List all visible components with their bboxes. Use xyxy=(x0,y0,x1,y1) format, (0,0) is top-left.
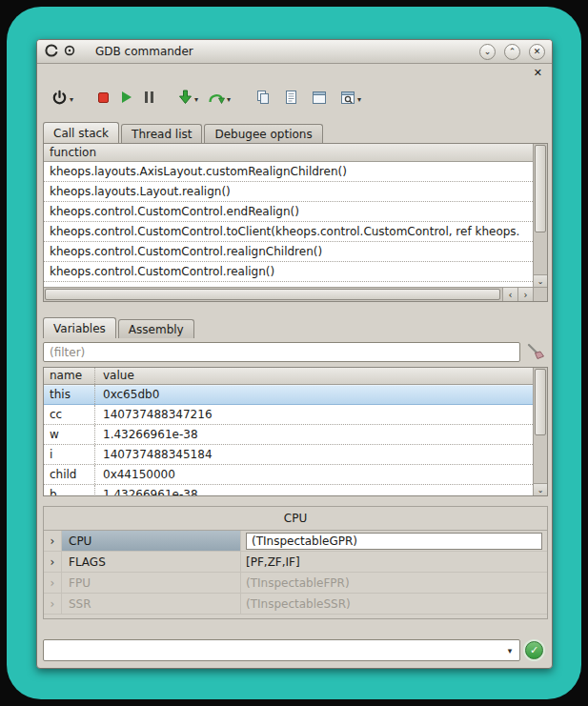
callstack-column-header[interactable]: function xyxy=(44,144,533,162)
filter-input[interactable] xyxy=(43,342,520,362)
variable-name: w xyxy=(44,425,95,444)
expander-icon[interactable]: › xyxy=(44,552,62,572)
register-name[interactable]: FPU xyxy=(62,573,241,593)
scrollbar-thumb[interactable] xyxy=(535,369,546,435)
app-menu-icon[interactable] xyxy=(64,45,75,59)
tab-assembly[interactable]: Assembly xyxy=(118,319,194,338)
power-dropdown-icon[interactable]: ▾ xyxy=(70,95,73,104)
stop-icon xyxy=(98,92,109,103)
register-name[interactable]: SSR xyxy=(62,594,241,614)
variable-value: 1.43266961e-38 xyxy=(95,425,533,444)
copy-callstack-button[interactable] xyxy=(255,87,271,108)
titlebar[interactable]: GDB commander ⌄ ⌃ ✕ xyxy=(37,40,552,64)
scroll-right-button[interactable]: › xyxy=(517,288,533,301)
step-into-button[interactable] xyxy=(178,87,193,108)
combobox-dropdown-icon[interactable]: ▾ xyxy=(500,640,519,660)
pause-icon xyxy=(145,91,153,103)
variable-row[interactable]: this 0xc65db0 xyxy=(44,385,533,405)
register-name[interactable]: FLAGS xyxy=(62,552,241,572)
variables-vertical-scrollbar[interactable]: ⌄ xyxy=(533,368,547,495)
callstack-row[interactable]: kheops.control.CustomControl.realignChil… xyxy=(44,242,533,262)
maximize-button[interactable]: ⌃ xyxy=(504,44,520,60)
variable-value: 1.43266961e-38 xyxy=(95,485,533,495)
register-row-flags[interactable]: › FLAGS [PF,ZF,IF] xyxy=(44,552,547,573)
view-watch-dropdown-icon[interactable]: ▾ xyxy=(357,95,361,104)
register-value: (TInspectableFPR) xyxy=(241,573,547,593)
call-stack-list: function kheops.layouts.AxisLayout.custo… xyxy=(44,144,533,287)
variable-value: 140737488347216 xyxy=(95,405,533,424)
run-button[interactable] xyxy=(122,87,132,108)
close-button[interactable]: ✕ xyxy=(529,44,545,60)
command-input[interactable] xyxy=(46,642,498,658)
callstack-vertical-scrollbar[interactable]: ⌄ xyxy=(533,144,547,287)
expander-icon[interactable]: › xyxy=(44,594,62,614)
step-into-dropdown-icon[interactable]: ▾ xyxy=(194,95,198,104)
pause-button[interactable] xyxy=(145,87,153,108)
scroll-left-button[interactable]: ‹ xyxy=(502,288,517,301)
variable-row[interactable]: w 1.43266961e-38 xyxy=(44,425,533,445)
variable-name: this xyxy=(44,385,95,404)
view-frame-button[interactable] xyxy=(312,87,327,108)
variable-name: b xyxy=(44,485,95,495)
scrollbar-thumb[interactable] xyxy=(45,289,500,300)
variables-table: name value this 0xc65db0 cc 140737488347… xyxy=(44,368,533,495)
callstack-row[interactable]: kheops.control.CustomControl.realign() xyxy=(44,262,533,282)
variable-row[interactable]: cc 140737488347216 xyxy=(44,405,533,425)
check-icon: ✓ xyxy=(530,644,538,656)
tab-call-stack[interactable]: Call stack xyxy=(43,122,119,143)
cpu-groupbox: CPU › CPU (TInspectableGPR) › FLAGS [PF,… xyxy=(43,506,548,619)
register-row-cpu[interactable]: › CPU (TInspectableGPR) xyxy=(44,531,547,552)
register-row-ssr[interactable]: › SSR (TInspectableSSR) xyxy=(44,594,547,615)
execute-button[interactable]: ✓ xyxy=(525,641,543,659)
register-value-field[interactable]: (TInspectableGPR) xyxy=(246,533,542,550)
register-value: (TInspectableSSR) xyxy=(241,594,547,614)
variable-value: 0x44150000 xyxy=(95,465,533,484)
variable-row[interactable]: i 140737488345184 xyxy=(44,445,533,465)
stop-button[interactable] xyxy=(98,87,109,108)
expander-icon[interactable]: › xyxy=(44,573,62,593)
callstack-row[interactable]: kheops.control.CustomControl.endRealign(… xyxy=(44,202,533,222)
expander-icon[interactable]: › xyxy=(44,531,62,551)
variable-name: cc xyxy=(44,405,95,424)
scroll-down-button[interactable]: ⌄ xyxy=(534,274,547,287)
window-title: GDB commander xyxy=(95,45,193,58)
view-list-button[interactable] xyxy=(284,87,298,108)
step-over-button[interactable] xyxy=(208,87,225,108)
variable-row[interactable]: b 1.43266961e-38 xyxy=(44,485,533,495)
column-header-name[interactable]: name xyxy=(44,368,95,384)
variable-row[interactable]: child 0x44150000 xyxy=(44,465,533,485)
column-header-value[interactable]: value xyxy=(95,368,533,384)
call-stack-panel: function kheops.layouts.AxisLayout.custo… xyxy=(43,143,548,302)
toolbar: ▾ ▾ ▾ ▾ xyxy=(51,86,361,109)
pane-close-icon[interactable]: ✕ xyxy=(534,68,542,78)
variables-header-row: name value xyxy=(44,368,533,385)
clear-filter-icon[interactable] xyxy=(525,341,546,362)
register-name[interactable]: CPU xyxy=(62,531,241,551)
variable-name: child xyxy=(44,465,95,484)
tab-thread-list[interactable]: Thread list xyxy=(121,124,202,143)
register-row-fpu[interactable]: › FPU (TInspectableFPR) xyxy=(44,573,547,594)
minimize-button[interactable]: ⌄ xyxy=(479,44,496,60)
inspector-tabbar: Variables Assembly xyxy=(43,317,196,338)
scrollbar-corner xyxy=(533,287,547,301)
tab-debugee-options[interactable]: Debugee options xyxy=(204,124,322,143)
variable-name: i xyxy=(44,445,95,464)
variable-value: 140737488345184 xyxy=(95,445,533,464)
power-button[interactable] xyxy=(51,87,68,108)
variable-value: 0xc65db0 xyxy=(95,385,533,404)
variables-panel: name value this 0xc65db0 cc 140737488347… xyxy=(43,367,548,496)
command-combobox[interactable]: ▾ xyxy=(43,639,520,661)
scroll-down-button[interactable]: ⌄ xyxy=(534,483,547,495)
callstack-row[interactable]: kheops.layouts.AxisLayout.customRealignC… xyxy=(44,162,533,182)
screenshot-root: GDB commander ⌄ ⌃ ✕ ✕ ▾ ▾ ▾ xyxy=(0,0,588,706)
cpu-groupbox-title: CPU xyxy=(44,507,547,530)
step-over-dropdown-icon[interactable]: ▾ xyxy=(227,95,231,104)
tab-variables[interactable]: Variables xyxy=(43,317,116,338)
callstack-horizontal-scrollbar[interactable]: ‹ › xyxy=(44,287,533,301)
callstack-row[interactable]: kheops.layouts.Layout.realign() xyxy=(44,182,533,202)
app-icon xyxy=(44,43,59,61)
scrollbar-thumb[interactable] xyxy=(535,145,546,232)
callstack-row[interactable]: kheops.control.CustomControl.toClient(kh… xyxy=(44,222,533,242)
register-value: [PF,ZF,IF] xyxy=(241,552,547,572)
view-watch-button[interactable] xyxy=(340,87,355,108)
